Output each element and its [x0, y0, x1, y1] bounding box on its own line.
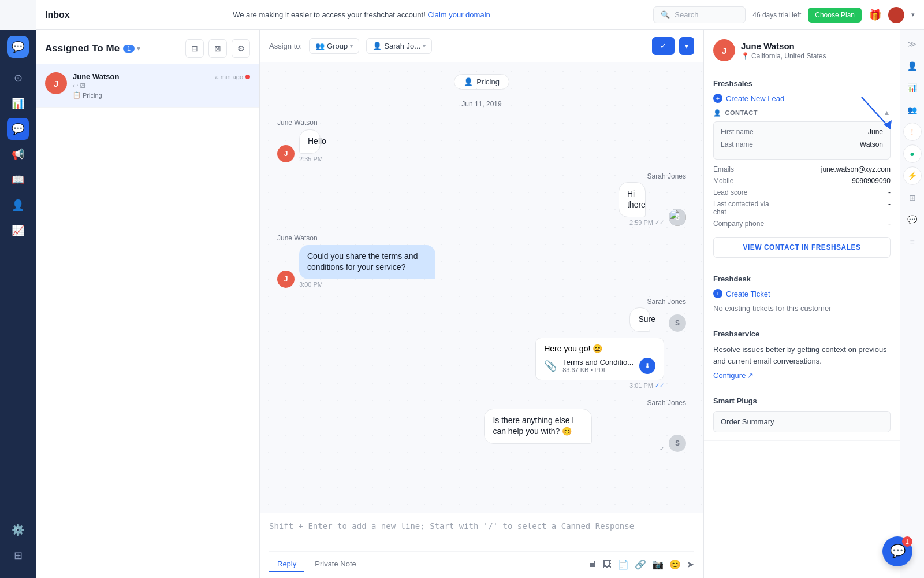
- create-ticket-link[interactable]: + Create Ticket: [713, 289, 891, 298]
- group-selector[interactable]: 👥 Group ▾: [309, 38, 359, 54]
- smart-plugs-section: Smart Plugs Order Summary: [704, 388, 900, 441]
- group-chevron-icon: ▾: [350, 43, 353, 49]
- msg-group-2: Sarah Jones S Hi there 2:59 PM ✓✓: [277, 171, 686, 226]
- msg-time-1: 2:35 PM: [299, 155, 335, 162]
- nav-icon-reports[interactable]: 📈: [7, 220, 29, 242]
- agent-selector[interactable]: 👤 Sarah Jo... ▾: [366, 38, 432, 54]
- gift-icon[interactable]: 🎁: [869, 9, 881, 21]
- conv-item[interactable]: J June Watson a min ago ↩ 🖼 📋 P: [36, 64, 259, 108]
- link-icon[interactable]: 🔗: [635, 559, 646, 570]
- chat-messages: 👤 Pricing Jun 11, 2019 June Watson J Hel…: [260, 62, 703, 513]
- contact-name: June Watson: [741, 41, 826, 51]
- msg-group-1: June Watson J Hello 2:35 PM: [277, 118, 686, 162]
- blue-arrow: [856, 91, 900, 138]
- msg-sender-sarah-1: Sarah Jones: [647, 172, 686, 180]
- last-contacted-row: Last contacted via chat -: [713, 200, 891, 216]
- image-icon[interactable]: 🖼: [602, 559, 612, 570]
- lead-score-label: Lead score: [713, 188, 777, 197]
- contact-location: 📍 California, United States: [741, 52, 826, 60]
- contact-person-icon: 👤: [713, 109, 722, 117]
- right-panel: J June Watson 📍 California, United State…: [703, 30, 900, 578]
- user-chevron-icon[interactable]: ▾: [911, 11, 915, 18]
- monitor-icon[interactable]: 🖥: [587, 559, 597, 570]
- last-name-row: Last name Watson: [721, 140, 883, 149]
- far-contact-icon[interactable]: 👤: [903, 57, 922, 75]
- freshsales-section: Freshsales + Create New Lead 👤 CONTACT ▲: [704, 71, 900, 266]
- inbox-title: Inbox: [45, 10, 70, 20]
- announcement-text: We are making it easier to access your f…: [77, 10, 647, 19]
- group-label: Group: [327, 42, 348, 50]
- far-circle-green-icon[interactable]: ●: [903, 144, 922, 163]
- app-logo[interactable]: 💬: [7, 36, 29, 58]
- conv-icon-filter[interactable]: ⚙: [232, 39, 250, 58]
- freshsales-title: Freshsales: [713, 79, 891, 88]
- last-name-value: Watson: [860, 140, 883, 149]
- freshservice-section: Freshservice Resolve issues better by ge…: [704, 321, 900, 388]
- agent-label: Sarah Jo...: [384, 42, 420, 50]
- nav-icon-chat[interactable]: 💬: [7, 118, 29, 140]
- last-name-label: Last name: [721, 140, 753, 149]
- resolve-dropdown-button[interactable]: ▾: [679, 37, 694, 55]
- tab-reply[interactable]: Reply: [269, 557, 304, 572]
- right-panel-header: J June Watson 📍 California, United State…: [704, 30, 900, 71]
- nav-icon-circle[interactable]: ⊙: [7, 67, 29, 89]
- assign-to-label: Assign to:: [269, 42, 302, 50]
- far-chart-icon[interactable]: 📊: [903, 79, 922, 97]
- msg-row-3: J Could you share the terms and conditio…: [277, 245, 686, 288]
- view-contact-button[interactable]: VIEW CONTACT IN FRESHSALES: [713, 237, 891, 258]
- file-bubble: Here you go! 😄 📎 Terms and Conditio... 8…: [535, 338, 664, 380]
- file-download-button[interactable]: ⬇: [639, 358, 655, 374]
- chat-area: Assign to: 👥 Group ▾ 👤 Sarah Jo... ▾ ✓ ▾: [260, 30, 703, 578]
- nav-icon-megaphone[interactable]: 📢: [7, 143, 29, 165]
- mobile-value: 9090909090: [852, 177, 891, 185]
- no-tickets-text: No existing tickets for this customer: [713, 304, 891, 313]
- nav-icon-chart[interactable]: 📊: [7, 92, 29, 114]
- emoji-icon[interactable]: 😊: [669, 559, 681, 570]
- topic-label: Pricing: [476, 77, 500, 86]
- far-chat-icon[interactable]: 💬: [903, 210, 922, 229]
- choose-plan-button[interactable]: Choose Plan: [808, 8, 862, 23]
- user-avatar[interactable]: [888, 7, 904, 23]
- conv-icon-grid[interactable]: ⊠: [208, 39, 227, 58]
- conv-icon-list[interactable]: ⊟: [185, 39, 204, 58]
- floating-chat-button[interactable]: 💬 1: [882, 536, 912, 566]
- conv-panel: Assigned To Me 1 ▾ ⊟ ⊠ ⚙ J June Watson: [36, 30, 260, 578]
- msg-row-4: S Sure: [277, 307, 686, 332]
- trial-text: 46 days trial left: [752, 11, 801, 19]
- tab-private-note[interactable]: Private Note: [307, 557, 364, 572]
- file-icon[interactable]: 📄: [617, 559, 629, 570]
- floating-chat-badge: 1: [902, 536, 912, 547]
- send-icon[interactable]: ➤: [687, 559, 694, 570]
- dropdown-chevron-icon[interactable]: ▾: [137, 45, 140, 53]
- company-phone-value: -: [888, 220, 891, 228]
- external-link-icon: ↗: [747, 371, 754, 380]
- configure-link[interactable]: Configure ↗: [713, 371, 891, 380]
- chat-input[interactable]: [269, 521, 694, 544]
- far-sliders-icon[interactable]: ≡: [903, 232, 922, 251]
- freshdesk-title: Freshdesk: [713, 275, 891, 283]
- expand-right-icon[interactable]: ≫: [903, 35, 922, 53]
- conv-panel-header: Assigned To Me 1 ▾ ⊟ ⊠ ⚙: [36, 30, 259, 64]
- nav-icon-book[interactable]: 📖: [7, 169, 29, 191]
- nav-icon-settings[interactable]: ⚙️: [7, 519, 29, 541]
- photo-icon[interactable]: 📷: [652, 559, 664, 570]
- last-contacted-value: -: [888, 200, 891, 208]
- global-header: Inbox We are making it easier to access …: [36, 0, 924, 30]
- nav-icon-user[interactable]: 👤: [7, 194, 29, 216]
- search-box[interactable]: 🔍 Search: [653, 6, 746, 23]
- assigned-count: 1: [123, 45, 135, 53]
- claim-domain-link[interactable]: Claim your domain: [427, 10, 490, 19]
- resolve-button[interactable]: ✓: [652, 37, 675, 55]
- chat-header: Assign to: 👥 Group ▾ 👤 Sarah Jo... ▾ ✓ ▾: [260, 30, 703, 62]
- smart-plug-item[interactable]: Order Summary: [713, 411, 891, 432]
- far-team-icon[interactable]: 👥: [903, 101, 922, 119]
- far-lightning-icon[interactable]: ⚡: [903, 166, 922, 185]
- nav-icon-grid[interactable]: ⊞: [7, 544, 29, 566]
- far-alert-icon[interactable]: !: [903, 123, 922, 141]
- msg-avatar-june-2: J: [277, 271, 295, 288]
- file-icon: 📎: [544, 360, 557, 372]
- plus-circle-icon: +: [713, 94, 722, 103]
- msg-bubble-3: Could you share the terms and conditions…: [299, 245, 435, 279]
- far-grid-icon[interactable]: ⊞: [903, 188, 922, 207]
- resolve-check-icon: ✓: [660, 42, 666, 50]
